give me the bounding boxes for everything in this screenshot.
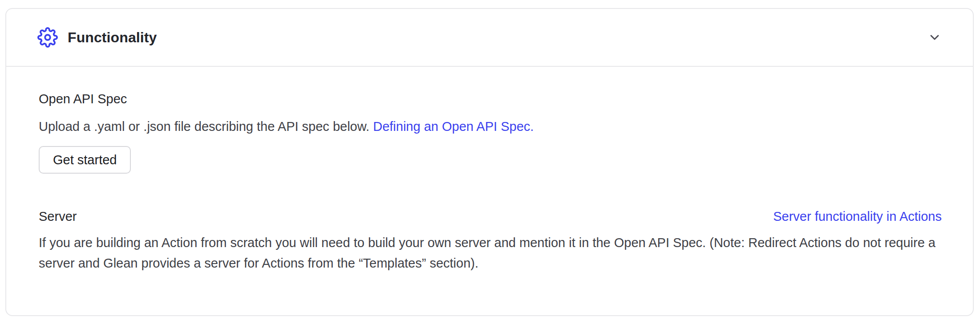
server-description: If you are building an Action from scrat… [39, 232, 942, 273]
get-started-button[interactable]: Get started [39, 146, 131, 174]
gear-icon [37, 27, 58, 48]
server-label: Server [39, 208, 77, 224]
chevron-down-icon[interactable] [927, 30, 942, 45]
open-api-spec-description: Upload a .yaml or .json file describing … [39, 118, 942, 134]
server-row: Server Server functionality in Actions [39, 208, 942, 224]
functionality-panel: Functionality Open API Spec Upload a .ya… [5, 8, 974, 316]
defining-open-api-spec-link[interactable]: Defining an Open API Spec. [373, 119, 534, 134]
panel-body: Open API Spec Upload a .yaml or .json fi… [6, 67, 973, 273]
functionality-panel-header[interactable]: Functionality [6, 9, 973, 67]
panel-title: Functionality [68, 29, 157, 46]
open-api-spec-label: Open API Spec [39, 91, 942, 107]
server-functionality-link[interactable]: Server functionality in Actions [773, 208, 942, 224]
open-api-spec-description-text: Upload a .yaml or .json file describing … [39, 119, 373, 134]
panel-header-left: Functionality [37, 27, 157, 48]
